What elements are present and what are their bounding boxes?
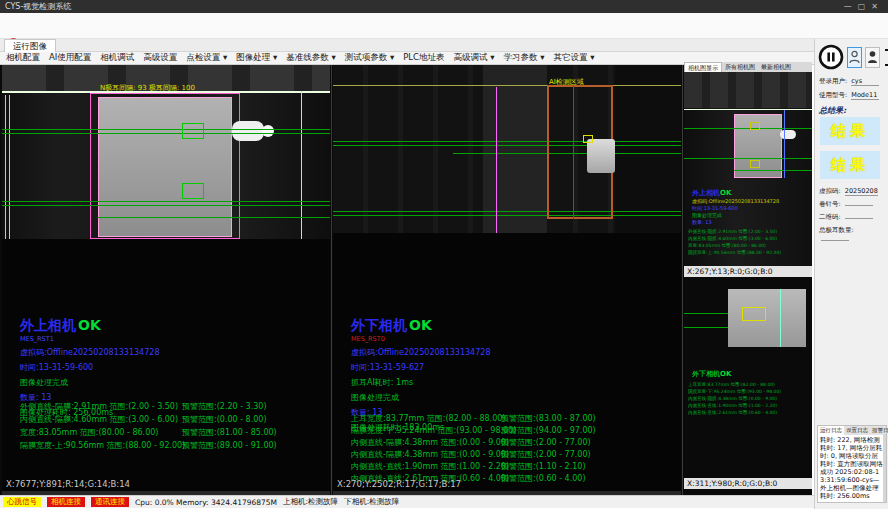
thumb2-crop [728, 289, 806, 347]
camera-view-lower-outer: AI检测区域 外下相机OK MES_RST0 虚拟码:Offline202502… [333, 65, 681, 495]
virtual-code-value[interactable]: 20250208 [845, 187, 878, 196]
tab-run-image[interactable]: 运行图像 [4, 39, 56, 52]
measure-row: 外侧直线-隔膜:2.91mm 范围:(2.00 - 3.50)预警范围:(2.2… [20, 401, 185, 414]
log-scrollbar[interactable] [883, 434, 886, 502]
thumb-virtual-code: 虚拟码:Offline20250208133134728 [692, 198, 779, 204]
login-user-label: 登录用户: [819, 77, 847, 86]
toolbar-plc-address-table[interactable]: PLC地址表 [403, 52, 444, 64]
login-user-value[interactable]: cys [851, 77, 879, 86]
thumb2-green-line [684, 327, 728, 328]
window-title: CYS-视觉检测系统 [5, 2, 71, 11]
virtual-code: 虚拟码:Offline20250208133134728 [20, 347, 159, 358]
thumb-green-line [734, 170, 812, 171]
thumb2-green-line [684, 313, 728, 314]
thumb-tab-all[interactable]: 所有相机图 [722, 62, 758, 72]
thumb-green-line [684, 158, 812, 159]
log-tabs: 运行日志 设置日志 报警日志 [818, 426, 886, 435]
total-result-label: 总结果: [819, 105, 846, 116]
toolbar-other-settings[interactable]: 其它设置 ▾ [553, 52, 594, 64]
user-manage-button[interactable] [865, 47, 880, 68]
measure-line-green [333, 145, 681, 146]
measure-line-green [98, 217, 330, 218]
result-block-upper: 结果 [820, 117, 880, 145]
gripper-tip [262, 125, 274, 137]
qrcode-value[interactable] [845, 218, 873, 219]
mes-flag: MES_RST0 [351, 335, 490, 343]
result-block-lower: 结果 [820, 151, 880, 179]
measure-row: 内侧直线-直线:1.90mm 范围:(1.00 - 2.20)预警范围:(1.1… [351, 461, 516, 473]
measure-row: 上耳宽度:83.77mm 范围:(82.00 - 88.00)预警范围:(83.… [351, 413, 516, 425]
measure-row: 内侧直线-隔膜:4.60mm 范围:(3.00 - 6.00)预警范围:(0.0… [20, 414, 185, 427]
virtual-code: 虚拟码:Offline20250208133134728 [351, 347, 490, 358]
toolbar-image-processing[interactable]: 图像处理 ▾ [236, 52, 277, 64]
pixel-coords-upper: X:7677;Y:891;R:14;G:14;B:14 [6, 479, 130, 489]
thumbnail-image-bottom[interactable]: 外下相机OK 上耳宽度:83.77mm 范围:(82.00 - 88.00) 隔… [684, 283, 812, 478]
measurement-rows-lower: 上耳宽度:83.77mm 范围:(82.00 - 88.00)预警范围:(83.… [351, 413, 516, 485]
log-box: 运行日志 设置日志 报警日志 耗时: 222, 网络检测耗时: 17, 网络分层… [817, 425, 887, 503]
camera-result-title: 外下相机OK [351, 317, 490, 335]
titlebar: CYS-视觉检测系统 —▢✕ [0, 0, 888, 13]
machine-dark-frame [615, 65, 681, 233]
toolbar-ai-config[interactable]: AI使用配置 [49, 52, 91, 64]
tab-detect-box [182, 183, 204, 199]
toolbar-camera-config[interactable]: 相机配置 [6, 52, 40, 64]
needle-no-value[interactable] [845, 205, 873, 206]
measure-line-green [2, 133, 330, 134]
measurement-rows-upper: 外侧直线-隔膜:2.91mm 范围:(2.00 - 3.50)预警范围:(2.2… [20, 401, 185, 453]
exit-door-icon [883, 49, 888, 66]
thumb-cam-title: 外上相机OK [692, 188, 731, 198]
thumb-measure-rows: 外侧直线-隔膜:2.91mm 范围:(2.00 - 3.50) 内侧直线-隔膜:… [688, 228, 781, 256]
edge-marker-line [5, 95, 6, 239]
viewport-divider [682, 65, 683, 495]
thumb-tab-display[interactable]: 相机图显示 [684, 62, 722, 72]
gripper-blob [232, 121, 264, 141]
thumb-mark [750, 122, 760, 130]
window-controls[interactable]: —▢✕ [844, 0, 884, 13]
thumb-tab-latest[interactable]: 最新相机图 [758, 62, 794, 72]
login-user-field: 登录用户: cys [819, 77, 885, 86]
logout-button[interactable] [883, 47, 888, 68]
toolbar-advanced-settings[interactable]: 高级设置 [143, 52, 177, 64]
tab-detect-box [182, 123, 204, 139]
capture-time: 时间:13-31-59-600 [20, 362, 159, 373]
process-status: 图像处理完成 [20, 377, 159, 388]
camera-view-upper-outer: N极耳间隔: 93 极耳间隔: 100 外上相机OK MES_RST1 虚拟码:… [2, 65, 330, 495]
tab-mark-box [583, 135, 593, 143]
toolbar-advanced-debug[interactable]: 高级调试 ▾ [454, 52, 495, 64]
thumb-coords-bottom: X:311;Y:980;R:0;G:0;B:0 [684, 478, 812, 489]
pause-button[interactable] [818, 44, 844, 70]
log-tab-run[interactable]: 运行日志 [818, 426, 844, 435]
thumbnail-image-top[interactable]: 外上相机OK 虚拟码:Offline20250208133134728 时间:1… [684, 72, 812, 266]
toolbar-learning-params[interactable]: 学习参数 ▾ [503, 52, 544, 64]
thumb2-measure-rows: 上耳宽度:83.77mm 范围:(82.00 - 88.00) 隔膜宽度-下:9… [688, 381, 781, 416]
capture-time: 时间:13-31-59-627 [351, 362, 490, 373]
lower-camera-status: 下相机:检测故障 [344, 497, 399, 507]
laser-line [333, 85, 681, 86]
close-icon[interactable]: ✕ [871, 2, 884, 11]
heartbeat-badge: 心跳信号 [3, 497, 41, 507]
model-field: 使用型号: Mode11 [819, 91, 885, 100]
thumb-green-line [684, 128, 812, 129]
log-tab-settings[interactable]: 设置日志 [844, 426, 870, 435]
measure-row: 宽度:83.05mm 范围:(80.00 - 86.00)预警范围:(81.00… [20, 427, 185, 440]
camera-image-lower[interactable]: AI检测区域 [333, 65, 681, 233]
toolbar-baseline-params[interactable]: 基准线参数 ▾ [286, 52, 335, 64]
log-text: 耗时: 222, 网络检测耗时: 17, 网络分层耗时: 0, 网络读取分层耗时… [818, 435, 886, 501]
measure-row: 隔膜宽度-上:90.56mm 范围:(88.00 - 92.00)预警范围:(8… [20, 440, 185, 453]
model-value[interactable]: Mode11 [851, 91, 879, 100]
toolbar-spotcheck-settings[interactable]: 点检设置 ▾ [186, 52, 227, 64]
process-status: 图像处理完成 [351, 392, 490, 403]
toolbar-camera-debug[interactable]: 相机调试 [100, 52, 134, 64]
measure-line-green [2, 129, 330, 130]
control-sidebar: 登录用户: cys 使用型号: Mode11 总结果: 结果 结果 虚拟码: 2… [814, 39, 888, 509]
tab-count-field: 总极耳数量: [819, 226, 885, 243]
camera-image-upper[interactable]: N极耳间隔: 93 极耳间隔: 100 [2, 65, 330, 239]
minimize-icon[interactable]: — [844, 2, 858, 11]
login-user-button[interactable] [847, 47, 862, 68]
measure-row: 隔膜宽度-下:95.24mm 范围:(93.00 - 98.00)预警范围:(9… [351, 425, 516, 437]
maximize-icon[interactable]: ▢ [858, 2, 872, 11]
tab-count-value[interactable] [821, 240, 849, 241]
toolbar-test-params[interactable]: 测试项参数 ▾ [345, 52, 394, 64]
thumb-status: 图像处理完成 [692, 212, 722, 218]
thumb2-cam-title: 外下相机OK [692, 369, 731, 379]
